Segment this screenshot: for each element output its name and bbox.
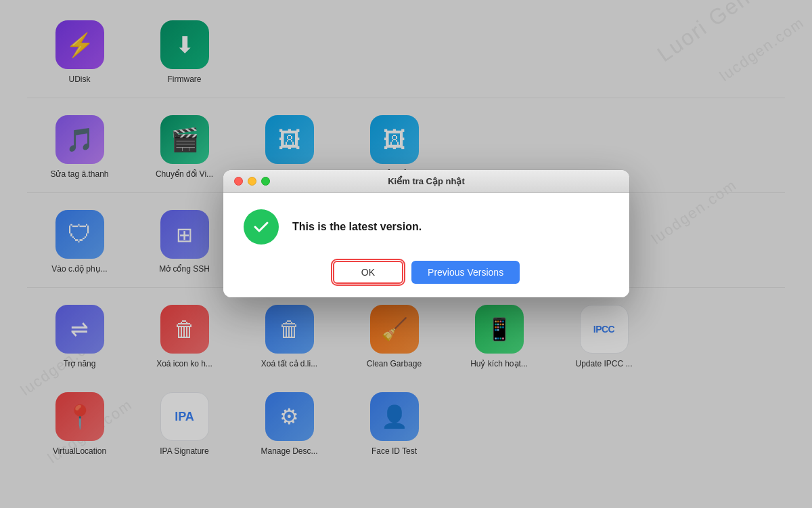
dialog-titlebar: Kiểm tra Cập nhật — [223, 170, 629, 193]
maximize-button[interactable] — [261, 177, 270, 186]
dialog-content: This is the latest version. — [244, 209, 609, 245]
dialog: Kiểm tra Cập nhật This is the latest ver… — [223, 170, 629, 297]
close-button[interactable] — [234, 177, 243, 186]
ok-button[interactable]: OK — [333, 261, 403, 284]
dialog-buttons: OK Previous Versions — [244, 261, 609, 284]
minimize-button[interactable] — [248, 177, 256, 186]
dialog-title: Kiểm tra Cập nhật — [388, 176, 465, 186]
dialog-message: This is the latest version. — [292, 221, 422, 233]
traffic-lights — [234, 177, 270, 186]
modal-overlay: Kiểm tra Cập nhật This is the latest ver… — [0, 0, 812, 508]
previous-versions-button[interactable]: Previous Versions — [411, 261, 520, 284]
dialog-body: This is the latest version. OK Previous … — [223, 193, 629, 297]
success-icon — [244, 209, 279, 245]
